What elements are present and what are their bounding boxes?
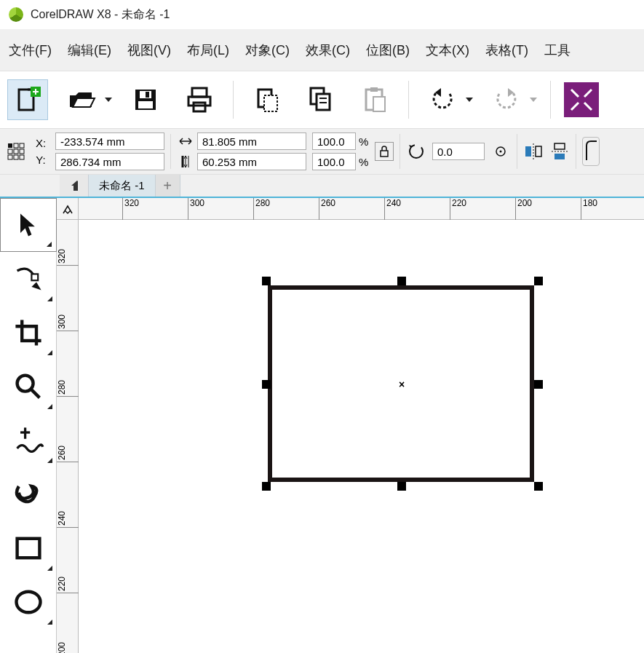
paste-button[interactable] (354, 79, 395, 120)
rotation-icon (406, 141, 426, 162)
flyout-icon (47, 296, 52, 301)
menu-view[interactable]: 视图(V) (127, 41, 171, 59)
menu-edit[interactable]: 编辑(E) (68, 41, 111, 59)
undo-dropdown-icon[interactable] (466, 98, 473, 102)
title-bar: CorelDRAW X8 - 未命名 -1 (0, 0, 644, 29)
undo-button[interactable] (422, 79, 463, 120)
svg-rect-22 (14, 149, 18, 154)
lock-ratio-button[interactable] (375, 142, 394, 161)
home-icon (70, 179, 78, 192)
new-tab-button[interactable]: + (156, 175, 180, 197)
propbar-divider (399, 134, 400, 169)
print-button[interactable] (179, 79, 220, 120)
resize-handle-ne[interactable] (534, 277, 543, 285)
zoom-tool[interactable] (0, 360, 57, 413)
svg-rect-4 (146, 92, 149, 98)
cut-button[interactable] (247, 79, 287, 120)
percent-label: % (359, 135, 369, 148)
svg-point-45 (17, 592, 41, 613)
mirror-h-button[interactable] (523, 141, 544, 162)
svg-rect-21 (8, 149, 12, 154)
ruler-origin[interactable] (57, 198, 79, 220)
width-input[interactable] (197, 132, 306, 150)
propbar-divider (170, 134, 171, 169)
toolbox (0, 198, 57, 653)
svg-rect-23 (20, 149, 24, 154)
flyout-icon (47, 620, 52, 625)
open-button[interactable] (61, 79, 102, 120)
resize-handle-e[interactable] (534, 380, 543, 389)
document-tab[interactable]: 未命名 -1 (89, 175, 156, 197)
svg-rect-20 (20, 143, 24, 148)
crop-tool[interactable] (0, 306, 57, 360)
svg-rect-19 (14, 143, 18, 148)
svg-rect-37 (554, 154, 565, 159)
freehand-tool[interactable] (0, 413, 57, 467)
menu-effects[interactable]: 效果(C) (306, 41, 350, 59)
ruler-horizontal[interactable]: 320 300 280 260 240 220 200 180 160 (79, 198, 644, 220)
coord-labels: X: Y: (32, 137, 49, 166)
save-button[interactable] (125, 79, 166, 120)
copy-button[interactable] (301, 79, 341, 120)
document-tab-label: 未命名 -1 (99, 179, 145, 193)
propbar-divider (576, 134, 576, 169)
resize-handle-nw[interactable] (262, 277, 271, 285)
mirror-v-button[interactable] (549, 141, 570, 162)
flyout-icon (47, 350, 52, 355)
flyout-icon (47, 404, 52, 409)
home-tab[interactable] (60, 175, 89, 197)
rotation-center-icon (490, 141, 511, 162)
menu-text[interactable]: 文本(X) (426, 41, 469, 59)
resize-handle-s[interactable] (397, 482, 406, 491)
propbar-divider (517, 134, 517, 169)
open-dropdown-icon[interactable] (105, 98, 112, 102)
pick-tool[interactable] (0, 198, 57, 252)
resize-handle-sw[interactable] (262, 482, 271, 491)
svg-rect-6 (192, 88, 207, 97)
ellipse-tool[interactable] (0, 575, 57, 629)
import-button[interactable] (564, 82, 599, 117)
rotation-input[interactable] (432, 143, 485, 160)
svg-rect-36 (554, 143, 565, 149)
artistic-media-tool[interactable] (0, 467, 57, 521)
property-bar: X: Y: % % (0, 128, 644, 175)
redo-button[interactable] (486, 79, 527, 120)
y-input[interactable] (55, 153, 164, 170)
svg-line-41 (31, 389, 39, 397)
position-icon (6, 140, 26, 163)
resize-handle-se[interactable] (534, 482, 543, 491)
x-input[interactable] (55, 132, 164, 150)
menu-table[interactable]: 表格(T) (485, 41, 528, 59)
toolbar-divider (408, 81, 409, 119)
rectangle-tool[interactable] (0, 521, 57, 575)
resize-handle-w[interactable] (262, 380, 271, 389)
menu-file[interactable]: 文件(F) (9, 41, 52, 59)
new-document-button[interactable] (7, 79, 48, 120)
percent-label: % (359, 156, 369, 168)
svg-rect-7 (188, 97, 210, 106)
round-corner-button[interactable] (582, 137, 600, 166)
width-icon (177, 132, 194, 150)
drawing-canvas[interactable]: × (79, 220, 644, 653)
menu-layout[interactable]: 布局(L) (187, 41, 229, 59)
svg-rect-39 (31, 274, 38, 280)
flyout-icon (47, 566, 52, 571)
svg-rect-25 (14, 155, 18, 159)
height-icon (177, 153, 194, 170)
center-marker-icon[interactable]: × (399, 379, 405, 390)
flyout-icon (47, 458, 52, 463)
svg-point-40 (17, 376, 33, 392)
menu-tools[interactable]: 工具 (544, 41, 571, 59)
menu-bar: 文件(F) 编辑(E) 视图(V) 布局(L) 对象(C) 效果(C) 位图(B… (0, 29, 644, 71)
redo-dropdown-icon[interactable] (530, 98, 537, 102)
height-input[interactable] (197, 153, 306, 170)
shape-tool[interactable] (0, 252, 57, 306)
resize-handle-n[interactable] (397, 277, 406, 285)
standard-toolbar (0, 71, 644, 128)
menu-object[interactable]: 对象(C) (245, 41, 290, 59)
svg-rect-5 (138, 101, 153, 108)
scale-x-input[interactable] (312, 132, 356, 150)
scale-y-input[interactable] (312, 153, 356, 170)
menu-bitmap[interactable]: 位图(B) (366, 41, 410, 59)
ruler-vertical[interactable]: 320 300 280 260 240 220 200 (57, 220, 79, 653)
